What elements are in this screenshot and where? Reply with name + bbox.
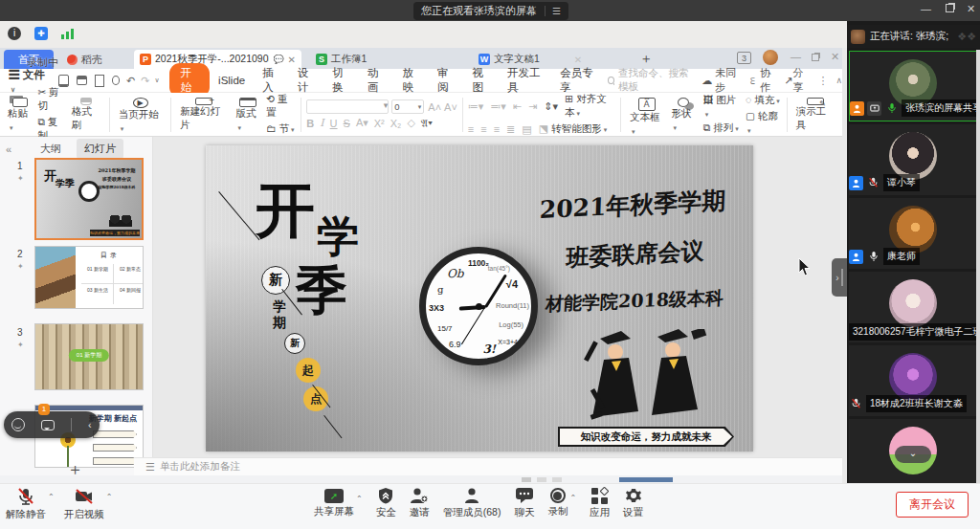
menu-insert[interactable]: 插入 — [254, 66, 289, 95]
participant-tile-4[interactable]: 3218006257毛梓宁微电子二班 — [849, 272, 977, 342]
slide1-transition-icon[interactable]: ✦ — [17, 174, 24, 183]
tab-docer[interactable]: 稻壳 — [57, 50, 112, 69]
window-restore-button[interactable] — [946, 4, 954, 12]
paste-button[interactable]: 粘贴▾ — [4, 97, 35, 133]
align-center-button[interactable]: ≡ — [480, 123, 486, 135]
share-button[interactable]: ↗ 分享 — [784, 66, 808, 95]
collapse-overlay-icon[interactable]: ‹ — [88, 419, 92, 430]
notes-bar[interactable]: ☰ 单击此处添加备注 — [134, 457, 842, 475]
outline-button[interactable]: ▢ 轮廓▾ — [746, 110, 782, 135]
align-left-button[interactable]: ≡ — [468, 123, 474, 135]
menu-review[interactable]: 审阅 — [429, 66, 464, 95]
find-icon[interactable] — [112, 76, 120, 85]
strikethrough-button[interactable]: S — [344, 118, 350, 129]
italic-button[interactable]: I — [320, 117, 323, 129]
unmute-button[interactable]: 解除静音 — [6, 487, 46, 521]
number-list-button[interactable]: ≕▾ — [490, 100, 506, 113]
undo-icon[interactable]: ↶ — [126, 75, 135, 87]
menu-view[interactable]: 视图 — [464, 66, 500, 95]
distribute-button[interactable]: ▤ — [522, 123, 531, 136]
textbox-button[interactable]: A⃛ 文本框▾ — [626, 97, 667, 133]
account-avatar[interactable] — [763, 50, 778, 65]
participant-tile-5[interactable]: 18材成2班班长谢文淼 — [849, 345, 977, 416]
new-slide-button[interactable]: ＋ 新建幻灯片 — [176, 97, 232, 133]
menu-islide[interactable]: iSlide — [210, 75, 254, 86]
shield-icon[interactable]: ✚ — [34, 27, 48, 40]
print-preview-icon[interactable] — [95, 75, 103, 87]
share-options-icon[interactable]: ⌃ — [356, 495, 363, 503]
arrange-button[interactable]: ⧉ 排列▾ — [703, 121, 740, 135]
unmute-options-icon[interactable]: ⌃ — [48, 493, 55, 501]
presentation-tools-button[interactable]: ✎ 演示工具 — [792, 97, 838, 133]
start-video-button[interactable]: 开启视频 — [64, 487, 104, 521]
wps-minimize-button[interactable]: — — [791, 51, 801, 62]
zoom-slider[interactable] — [619, 477, 673, 482]
invite-button[interactable]: 邀请 — [410, 487, 430, 519]
text-effect-button[interactable]: 𝔄▾ — [421, 117, 433, 129]
leave-meeting-button[interactable]: 离开会议 — [896, 492, 969, 518]
slide3-thumbnail[interactable]: 01 新学期 — [34, 323, 144, 390]
collapse-ribbon-icon[interactable]: ∧ — [835, 76, 842, 85]
security-button[interactable]: 安全 — [376, 487, 396, 519]
tab-document-close-icon[interactable]: ✕ — [574, 55, 582, 65]
info-icon[interactable]: i — [8, 27, 21, 40]
view-sorter-icon[interactable] — [537, 477, 546, 482]
menu-slideshow[interactable]: 放映 — [393, 66, 429, 95]
slide3-transition-icon[interactable]: ✦ — [17, 341, 24, 349]
settings-button[interactable]: 设置 — [623, 487, 643, 519]
record-button[interactable]: 录制 — [547, 488, 568, 518]
font-name-combobox[interactable]: ▾ — [306, 99, 389, 114]
tab-comment-icon[interactable]: 💬 — [273, 55, 283, 64]
menu-member[interactable]: 会员专享 — [551, 66, 604, 95]
command-search-box[interactable]: 查找命令、搜索模板 — [608, 67, 690, 94]
slide2-thumbnail[interactable]: 目录 01 新学期 02 新常态 03 新生活 04 新回报 — [34, 246, 144, 309]
sidebar-collapse-handle[interactable]: › — [832, 258, 847, 297]
save-icon[interactable] — [58, 75, 69, 87]
undo-dropdown-icon[interactable]: ∨ — [154, 77, 159, 84]
manage-members-button[interactable]: 管理成员(68) — [443, 487, 501, 519]
collab-button[interactable]: ꏂ协作 — [747, 66, 774, 95]
main-slide[interactable]: 开 学 季 新 学 期 新 起 点 1100₂ tan(45°) √4 Roun… — [206, 145, 753, 452]
justify-button[interactable]: ≣ — [506, 123, 515, 136]
new-tab-button[interactable]: ＋ — [639, 51, 653, 68]
view-read-icon[interactable] — [552, 477, 562, 482]
tab-outline[interactable]: 大纲 — [40, 142, 61, 156]
window-minimize-button[interactable]: — — [921, 3, 931, 14]
wps-close-button[interactable]: ✕ — [831, 51, 839, 63]
bold-button[interactable]: B — [306, 118, 314, 129]
decrease-font-icon[interactable]: A˅ — [444, 101, 457, 113]
view-normal-icon[interactable] — [522, 477, 531, 482]
increase-font-icon[interactable]: A˄ — [428, 101, 441, 113]
record-options-icon[interactable]: ⌃ — [569, 494, 576, 502]
superscript-button[interactable]: X² — [374, 118, 385, 129]
align-right-button[interactable]: ≡ — [494, 123, 500, 135]
line-spacing-button[interactable]: ⇕▾ — [544, 100, 558, 113]
more-menu-icon[interactable]: ⋮ — [817, 75, 828, 87]
collapse-panel-icon[interactable]: « — [6, 143, 11, 155]
participant-tile-1[interactable]: 张琇滨的屏幕共享 — [849, 51, 977, 121]
signal-bars-icon[interactable] — [61, 29, 74, 39]
tab-list-button[interactable]: 3 — [737, 52, 751, 64]
sync-status[interactable]: ☁ 未同步 — [702, 66, 738, 95]
reactions-overlay[interactable]: ‹ — [4, 411, 100, 438]
scroll-participants-button[interactable]: ⌄ — [895, 446, 931, 463]
menu-transition[interactable]: 切换 — [323, 66, 359, 95]
chat-button[interactable]: 聊天 — [514, 487, 534, 519]
video-options-icon[interactable]: ⌃ — [106, 493, 113, 501]
apps-button[interactable]: 应用 — [590, 488, 610, 519]
tab-close-icon[interactable]: ✕ — [288, 55, 296, 65]
window-close-button[interactable]: ✕ — [967, 3, 975, 15]
print-icon[interactable] — [77, 76, 88, 85]
menu-design[interactable]: 设计 — [289, 66, 324, 95]
sidebar-scrollbar[interactable] — [976, 50, 980, 483]
watching-banner[interactable]: 您正在观看张琇滨的屏幕 ☰ — [413, 2, 568, 20]
slide2-transition-icon[interactable]: ✦ — [17, 262, 24, 271]
participant-tile-3[interactable]: 康老师 — [849, 198, 977, 269]
menu-animation[interactable]: 动画 — [359, 66, 394, 95]
shapes-button[interactable]: 形状▾ — [667, 97, 699, 133]
to-smartart-button[interactable]: ⬔ 转智能图形▾ — [539, 122, 607, 136]
decrease-indent-button[interactable]: ⇤ — [513, 100, 522, 113]
cut-button[interactable]: ✂ 剪切 — [37, 86, 67, 113]
emoji-reaction-icon[interactable] — [11, 418, 25, 431]
banner-menu-icon[interactable]: ☰ — [545, 6, 561, 16]
